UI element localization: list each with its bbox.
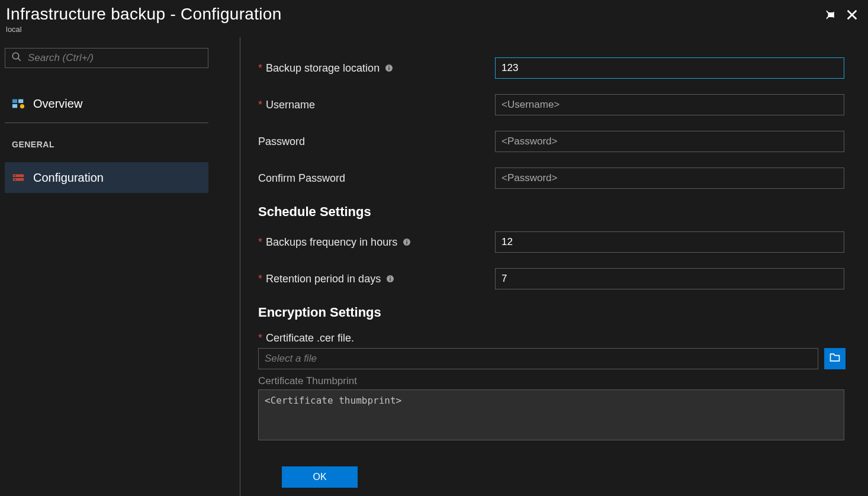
required-marker: * xyxy=(258,332,262,344)
svg-rect-11 xyxy=(388,67,389,70)
sidebar-item-overview[interactable]: Overview xyxy=(5,88,208,119)
svg-rect-12 xyxy=(388,66,389,66)
search-input[interactable] xyxy=(22,52,202,64)
password-input[interactable] xyxy=(495,131,844,152)
required-marker: * xyxy=(258,62,262,75)
label-certificate: Certificate .cer file. xyxy=(266,332,354,344)
info-icon[interactable] xyxy=(402,237,412,247)
info-icon[interactable] xyxy=(384,63,394,73)
frequency-input[interactable] xyxy=(495,231,844,253)
overview-icon xyxy=(12,97,25,110)
sidebar-item-label: Configuration xyxy=(33,171,104,185)
search-icon xyxy=(11,51,22,65)
label-username: Username xyxy=(266,99,315,111)
sidebar-item-configuration[interactable]: Configuration xyxy=(5,162,208,193)
svg-rect-14 xyxy=(406,241,407,244)
svg-rect-18 xyxy=(390,276,390,277)
page-title: Infrastructure backup - Configuration xyxy=(6,5,823,24)
pin-icon[interactable] xyxy=(823,8,836,21)
blade-header: Infrastructure backup - Configuration lo… xyxy=(0,0,868,37)
svg-point-5 xyxy=(20,104,24,108)
folder-icon xyxy=(829,352,841,366)
divider xyxy=(5,123,208,123)
svg-rect-4 xyxy=(12,104,17,108)
username-input[interactable] xyxy=(495,94,844,115)
retention-input[interactable] xyxy=(495,268,844,289)
sidebar: Overview GENERAL Configuration xyxy=(0,37,240,496)
label-frequency: Backups frequency in hours xyxy=(266,236,397,249)
browse-file-button[interactable] xyxy=(824,348,846,369)
svg-point-8 xyxy=(14,175,15,176)
ok-button[interactable]: OK xyxy=(282,466,358,488)
svg-point-0 xyxy=(12,53,19,59)
svg-rect-17 xyxy=(390,278,390,281)
svg-point-9 xyxy=(14,179,15,180)
storage-location-input[interactable] xyxy=(495,57,844,79)
close-icon[interactable] xyxy=(846,8,859,21)
label-storage: Backup storage location xyxy=(266,62,380,75)
svg-rect-3 xyxy=(18,99,23,103)
certificate-file-input[interactable] xyxy=(258,348,818,369)
sidebar-group-general: GENERAL xyxy=(12,140,224,149)
confirm-password-input[interactable] xyxy=(495,168,844,189)
form-panel: * Backup storage location * Username Pas… xyxy=(240,37,868,496)
label-retention: Retention period in days xyxy=(266,273,381,285)
label-password: Password xyxy=(258,136,305,148)
info-icon[interactable] xyxy=(385,274,395,284)
section-schedule-settings: Schedule Settings xyxy=(258,204,856,220)
page-subtitle: local xyxy=(6,25,823,34)
search-box[interactable] xyxy=(5,48,208,68)
svg-rect-2 xyxy=(12,99,17,103)
thumbprint-textarea[interactable] xyxy=(258,389,844,440)
svg-rect-15 xyxy=(406,240,407,240)
required-marker: * xyxy=(258,236,262,249)
required-marker: * xyxy=(258,99,262,111)
section-encryption-settings: Encryption Settings xyxy=(258,305,856,320)
label-thumbprint: Certificate Thumbprint xyxy=(258,375,856,387)
label-confirm-password: Confirm Password xyxy=(258,172,345,185)
sidebar-item-label: Overview xyxy=(33,97,82,111)
configuration-icon xyxy=(12,171,25,184)
required-marker: * xyxy=(258,273,262,285)
svg-line-1 xyxy=(18,58,21,61)
